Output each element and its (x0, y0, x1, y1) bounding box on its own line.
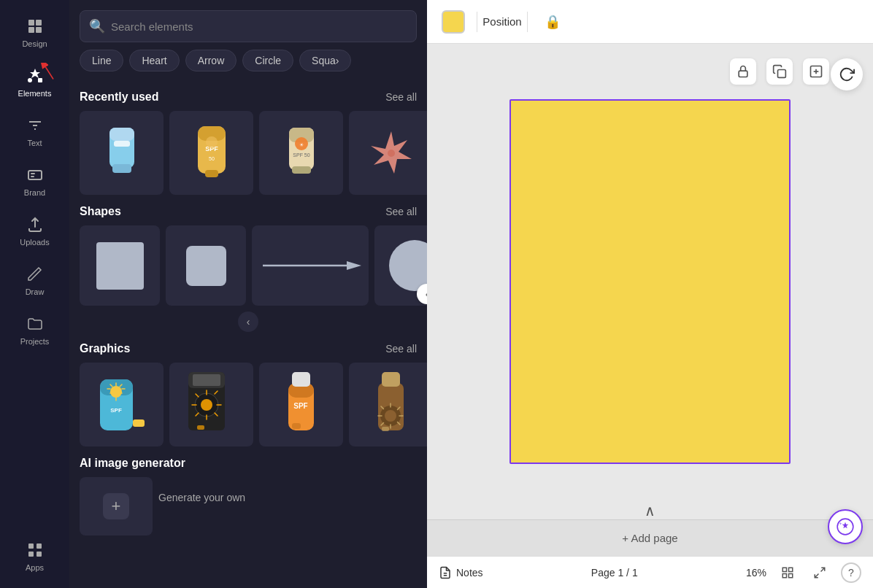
ai-title: AI image generator (80, 457, 185, 470)
shape-arrow[interactable] (252, 225, 369, 306)
canvas-page[interactable] (509, 99, 791, 464)
shapes-title: Shapes (80, 205, 121, 218)
svg-rect-46 (292, 423, 301, 429)
panel-scroll-area[interactable]: Recently used See all SPF (69, 80, 427, 588)
svg-rect-48 (382, 372, 400, 387)
apps-icon (25, 540, 45, 560)
pill-line[interactable]: Line (80, 50, 123, 71)
svg-rect-10 (28, 552, 34, 557)
svg-rect-13 (109, 128, 134, 141)
circle-shape (389, 240, 427, 291)
pill-circle[interactable]: Circle (242, 50, 293, 71)
recent-item-3[interactable]: ☀ SPF 50 (259, 111, 343, 195)
sidebar-label-apps: Apps (26, 563, 44, 572)
svg-rect-38 (193, 374, 220, 386)
svg-marker-30 (347, 261, 361, 270)
lock-button[interactable]: 🔒 (539, 9, 566, 35)
grid-view-btn[interactable] (777, 562, 799, 584)
sidebar-item-text[interactable]: Text (0, 107, 69, 156)
panel-collapse-btn[interactable]: ‹ (238, 312, 258, 332)
svg-rect-41 (197, 425, 204, 430)
rounded-square-shape (186, 246, 226, 286)
sidebar-label-uploads: Uploads (20, 238, 49, 247)
chevron-up-icon[interactable]: ∧ (645, 502, 655, 519)
graphic-item-4[interactable] (349, 363, 427, 446)
sidebar: Design Elements Text Bran (0, 0, 69, 588)
pill-heart[interactable]: Heart (129, 50, 179, 71)
recently-used-see-all[interactable]: See all (385, 91, 417, 103)
shapes-see-all[interactable]: See all (385, 206, 417, 217)
shapes-row: › (80, 225, 417, 306)
recently-used-title: Recently used (80, 90, 158, 104)
ai-section: AI image generator + Generate your own (80, 457, 417, 535)
graphics-see-all[interactable]: See all (385, 343, 417, 355)
svg-rect-21 (205, 170, 218, 177)
sidebar-label-draw: Draw (26, 287, 45, 296)
svg-rect-3 (36, 27, 42, 33)
color-swatch[interactable] (442, 10, 465, 34)
notes-button[interactable]: Notes (439, 566, 483, 579)
shape-pills-row: Line Heart Arrow Circle Squa› (69, 50, 427, 80)
sidebar-item-elements[interactable]: Elements (0, 57, 69, 107)
svg-rect-8 (28, 543, 34, 549)
shape-square-2[interactable] (166, 225, 246, 306)
help-btn[interactable]: ? (841, 562, 861, 583)
svg-text:SPF: SPF (110, 407, 122, 414)
elements-icon (25, 66, 45, 86)
recent-item-2[interactable]: SPF 50 (169, 111, 253, 195)
recent-item-4[interactable] (349, 111, 427, 195)
canvas-content[interactable] (427, 44, 873, 519)
svg-rect-0 (28, 20, 34, 26)
draw-icon (25, 264, 45, 285)
svg-point-50 (385, 410, 396, 422)
search-bar[interactable]: 🔍 (80, 10, 417, 42)
elements-panel: 🔍 Line Heart Arrow Circle Squa› Recently… (69, 0, 427, 588)
search-input[interactable] (111, 20, 407, 33)
canvas-area: Position 🔒 (427, 0, 873, 588)
bottom-right-controls: 16% ? (746, 562, 861, 584)
graphic-item-3[interactable]: SPF (259, 363, 343, 446)
expand-btn[interactable] (809, 562, 831, 584)
svg-point-4 (28, 78, 32, 82)
svg-text:☀: ☀ (299, 142, 304, 147)
svg-rect-15 (112, 164, 131, 173)
square-shape (96, 242, 144, 290)
sidebar-item-uploads[interactable]: Uploads (0, 206, 69, 255)
recently-used-header: Recently used See all (80, 90, 417, 104)
shapes-header: Shapes See all (80, 205, 417, 218)
graphic-item-1[interactable]: SPF (80, 363, 164, 446)
notes-label: Notes (456, 567, 483, 579)
add-page-bar[interactable]: + Add page (427, 519, 873, 556)
svg-rect-60 (782, 568, 786, 571)
pill-arrow[interactable]: Arrow (185, 50, 237, 71)
magic-button[interactable] (828, 509, 863, 544)
sidebar-label-design: Design (22, 39, 47, 48)
sidebar-item-projects[interactable]: Projects (0, 305, 69, 355)
search-icon: 🔍 (89, 18, 105, 34)
zoom-level[interactable]: 16% (746, 567, 766, 579)
position-button[interactable]: Position (489, 9, 515, 35)
lock-icon: 🔒 (545, 14, 561, 30)
svg-rect-35 (133, 419, 145, 427)
sidebar-item-design[interactable]: Design (0, 7, 69, 57)
sidebar-item-apps[interactable]: Apps (0, 531, 69, 581)
graphics-header: Graphics See all (80, 342, 417, 355)
pill-more[interactable]: Squa› (299, 50, 351, 71)
graphic-item-2[interactable] (169, 363, 253, 446)
svg-rect-63 (789, 573, 793, 577)
svg-rect-27 (292, 166, 311, 174)
sidebar-item-draw[interactable]: Draw (0, 255, 69, 305)
sidebar-item-brand[interactable]: Brand (0, 156, 69, 206)
text-icon (25, 115, 45, 136)
add-page-button[interactable]: + Add page (622, 532, 677, 544)
ai-generate-thumb[interactable]: + (80, 477, 153, 535)
svg-rect-51 (382, 427, 389, 431)
recent-item-1[interactable] (80, 111, 164, 195)
svg-text:SPF 50: SPF 50 (293, 152, 309, 158)
svg-point-28 (388, 150, 395, 157)
svg-rect-2 (28, 27, 34, 33)
shape-square-1[interactable] (80, 225, 160, 306)
svg-rect-62 (782, 573, 786, 577)
svg-rect-1 (36, 20, 42, 26)
graphics-title: Graphics (80, 342, 130, 355)
